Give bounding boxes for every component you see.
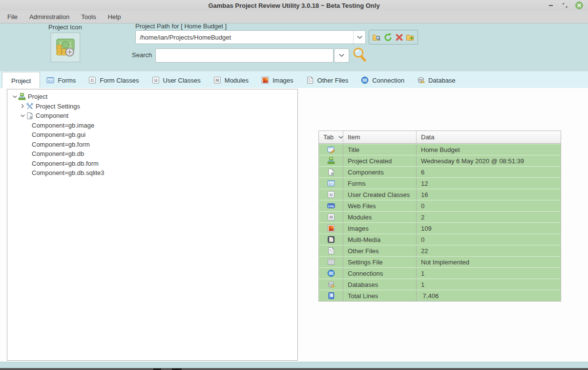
tab-label: Form Classes (100, 77, 139, 84)
row-tab-icon-cell (319, 167, 343, 177)
row-item-cell: Project Created (343, 155, 417, 166)
column-header-data[interactable]: Data (417, 131, 561, 143)
menu-help[interactable]: Help (104, 12, 126, 22)
expander-expanded-icon[interactable] (11, 93, 18, 100)
row-tab-icon-cell (319, 268, 343, 279)
refresh-button[interactable] (383, 32, 393, 42)
table-row-user-created-classes[interactable]: UUser Created Classes16 (319, 189, 561, 200)
tab-connection[interactable]: Connection (355, 72, 411, 88)
table-row-web-files[interactable]: HTMLWeb Files0 (319, 200, 561, 211)
tab-label: Connection (372, 77, 404, 84)
table-row-databases[interactable]: Databases1 (319, 279, 561, 290)
tab-database[interactable]: Database (411, 72, 462, 88)
column-header-label: Tab (323, 133, 334, 141)
row-tab-icon-cell (319, 245, 343, 256)
doc-lines-icon (306, 76, 314, 84)
tab-modules[interactable]: MModules (207, 72, 255, 88)
browse-folder-button[interactable] (372, 32, 381, 42)
tree-item-label: Component (36, 112, 68, 119)
tab-form-classes[interactable]: CForm Classes (82, 72, 145, 88)
row-data-cell: 109 (417, 223, 561, 234)
path-dropdown-button[interactable] (353, 31, 365, 44)
minimize-button[interactable] (547, 1, 555, 9)
row-data-cell: 22 (417, 245, 561, 256)
row-tab-icon-cell (319, 178, 343, 189)
project-path-combobox[interactable] (135, 30, 366, 44)
component-doc-icon (327, 168, 335, 176)
tree-item-component-gb-db[interactable]: Component=gb.db (7, 149, 297, 159)
tree-item-component[interactable]: Component (7, 111, 297, 121)
svg-text:HTML: HTML (328, 205, 334, 208)
tree-item-project-settings[interactable]: Project Settings (7, 102, 297, 111)
media-icon: ♪ (327, 236, 335, 243)
tab-bar: ProjectFormsCForm ClassesUUser ClassesMM… (0, 71, 588, 88)
menu-tools[interactable]: Tools (77, 12, 100, 22)
tree-item-label: Component=gb.gui (32, 131, 85, 138)
settings-table-icon (327, 258, 335, 266)
close-button[interactable] (575, 1, 583, 9)
component-doc-icon (26, 112, 34, 120)
table-row-forms[interactable]: Forms12 (319, 177, 561, 189)
table-row-total-lines[interactable]: Total Lines 7,406 (319, 290, 561, 301)
search-combobox[interactable] (155, 48, 334, 63)
svg-text:M: M (215, 78, 219, 83)
search-dropdown-button[interactable] (334, 48, 349, 63)
column-header-label: Data (421, 133, 434, 141)
table-row-connections[interactable]: Connections1 (319, 267, 561, 279)
table-row-title[interactable]: TitleHome Budget (319, 144, 561, 155)
row-tab-icon-cell (319, 155, 343, 166)
project-icon-label: Project Icon (48, 23, 82, 31)
row-tab-icon-cell: M (319, 212, 343, 222)
project-icon-frame (51, 33, 80, 62)
tab-user-classes[interactable]: UUser Classes (146, 72, 207, 88)
search-input[interactable] (156, 49, 333, 62)
tree-item-component-gb-db-sqlite3[interactable]: Component=gb.db.sqlite3 (7, 168, 297, 178)
row-tab-icon-cell (319, 257, 343, 267)
project-tree-panel[interactable]: ProjectProject SettingsComponentComponen… (7, 89, 298, 361)
expander-collapsed-icon[interactable] (19, 103, 26, 109)
tab-forms[interactable]: Forms (40, 72, 82, 88)
column-header-label: Item (348, 133, 360, 141)
project-path-label: Project Path for [ Home Budget ] (135, 22, 227, 30)
row-data-cell: 12 (417, 178, 561, 189)
menu-administration[interactable]: Administration (25, 12, 74, 22)
table-row-modules[interactable]: MModules2 (319, 211, 561, 222)
tools-icon (26, 102, 34, 110)
table-row-settings-file[interactable]: Settings FileNot Implemented (319, 256, 561, 267)
tab-images[interactable]: Images (255, 72, 300, 88)
tab-project[interactable]: Project (2, 72, 40, 89)
expander-expanded-icon[interactable] (19, 112, 26, 119)
column-header-tab[interactable]: Tab (319, 131, 343, 143)
tree-item-component-gb-db-form[interactable]: Component=gb.db.form (7, 159, 297, 169)
column-header-item[interactable]: Item (343, 131, 417, 143)
row-tab-icon-cell (319, 144, 343, 155)
table-row-project-created[interactable]: Project CreatedWednesday 6 May 2020 @ 08… (319, 155, 561, 166)
menu-file[interactable]: File (3, 12, 22, 22)
tab-label: Images (273, 77, 294, 84)
clear-button[interactable] (394, 32, 404, 42)
table-row-other-files[interactable]: Other Files22 (319, 245, 561, 256)
chevron-down-icon (339, 54, 344, 57)
row-data-cell: 6 (417, 167, 561, 177)
open-folder-button[interactable] (405, 32, 415, 42)
tree-item-label: Component=gb.image (32, 122, 94, 129)
restore-button[interactable] (561, 1, 569, 9)
row-item-cell: Images (343, 223, 417, 234)
tree-item-component-gb-form[interactable]: Component=gb.form (7, 140, 297, 150)
row-tab-icon-cell (319, 279, 343, 290)
table-row-images[interactable]: Images109 (319, 222, 561, 234)
search-button[interactable] (351, 46, 368, 63)
table-row-multi-media[interactable]: ♪Multi-Media0 (319, 234, 561, 245)
tree-item-component-gb-image[interactable]: Component=gb.image (7, 121, 297, 131)
tree-item-label: Component=gb.form (32, 141, 90, 148)
tree-item-component-gb-gui[interactable]: Component=gb.gui (7, 130, 297, 140)
tab-label: Other Files (317, 77, 349, 84)
tab-other-files[interactable]: Other Files (300, 72, 355, 88)
tree-item-project[interactable]: Project (7, 92, 297, 102)
sort-chevron-down-icon[interactable] (338, 136, 343, 139)
project-path-input[interactable] (136, 31, 353, 44)
tab-label: Modules (225, 77, 249, 84)
svg-text:♪: ♪ (330, 238, 332, 242)
table-row-components[interactable]: Components6 (319, 166, 561, 177)
row-data-cell: Not Implemented (417, 257, 561, 267)
